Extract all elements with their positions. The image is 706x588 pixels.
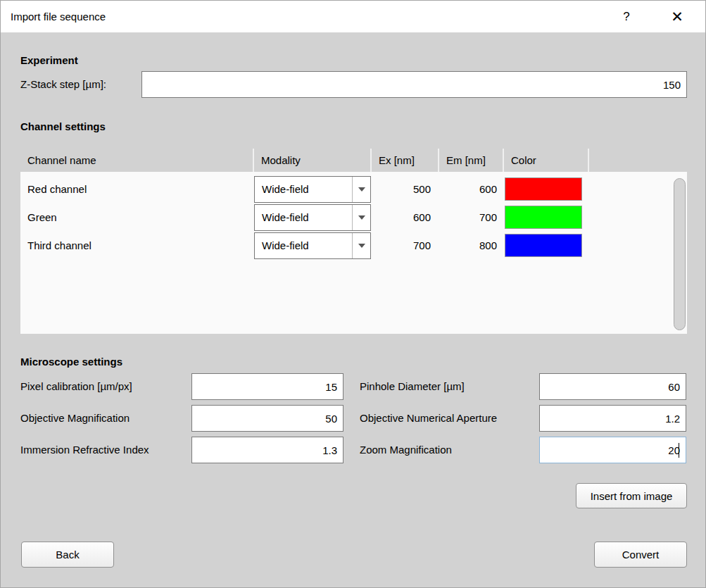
channel-table-header: Channel name Modality Ex [nm] Em [nm] Co…	[20, 149, 687, 172]
experiment-heading: Experiment	[20, 54, 78, 66]
channel-settings-heading: Channel settings	[20, 120, 106, 132]
table-scrollbar-thumb[interactable]	[674, 178, 686, 330]
modality-dropdown[interactable]: Wide-field	[254, 176, 371, 203]
objective-numerical-aperture-input[interactable]	[539, 405, 686, 432]
close-icon: ✕	[671, 8, 683, 25]
back-button[interactable]: Back	[21, 542, 114, 568]
help-icon: ?	[623, 10, 629, 24]
ex-value-cell: 600	[372, 204, 431, 232]
dropdown-arrow-box	[352, 205, 370, 230]
microscope-settings-heading: Microscope settings	[20, 356, 122, 368]
channel-name-cell: Green	[27, 204, 57, 232]
table-scrollbar-track[interactable]	[674, 173, 686, 332]
import-file-sequence-dialog: Import file sequence ? ✕ Experiment Z-St…	[0, 0, 706, 588]
channel-name-cell: Third channel	[27, 232, 92, 260]
channel-row-red[interactable]: Red channel Wide-field 500 600	[20, 175, 675, 204]
text-caret	[679, 443, 679, 458]
convert-button[interactable]: Convert	[594, 542, 687, 568]
header-modality[interactable]: Modality	[254, 149, 370, 172]
pixel-calibration-label: Pixel calibration [µm/px]	[20, 373, 132, 400]
channel-color-swatch[interactable]	[505, 177, 582, 201]
zoom-magnification-label: Zoom Magnification	[360, 437, 452, 463]
channel-row-green[interactable]: Green Wide-field 600 700	[20, 204, 675, 232]
pinhole-diameter-label: Pinhole Diameter [µm]	[360, 373, 465, 400]
modality-dropdown[interactable]: Wide-field	[254, 232, 371, 259]
channel-name-cell: Red channel	[27, 175, 87, 204]
zstack-step-label: Z-Stack step [µm]:	[20, 71, 106, 98]
channel-color-swatch[interactable]	[505, 234, 582, 257]
ex-value-cell: 700	[372, 232, 431, 260]
zoom-magnification-input[interactable]	[539, 437, 686, 463]
dropdown-arrow-box	[352, 177, 370, 202]
modality-selected-value: Wide-field	[262, 233, 309, 258]
pinhole-diameter-input[interactable]	[539, 373, 686, 400]
channel-row-third[interactable]: Third channel Wide-field 700 800	[20, 232, 675, 260]
pixel-calibration-input[interactable]	[191, 373, 343, 400]
chevron-down-icon	[358, 215, 365, 220]
close-button[interactable]: ✕	[660, 1, 695, 32]
header-em-nm[interactable]: Em [nm]	[439, 149, 503, 172]
modality-selected-value: Wide-field	[262, 205, 309, 230]
em-value-cell: 600	[440, 175, 497, 204]
channel-color-swatch[interactable]	[505, 206, 582, 229]
title-bar: Import file sequence ? ✕	[1, 1, 705, 32]
header-channel-name[interactable]: Channel name	[20, 149, 253, 172]
objective-magnification-input[interactable]	[191, 405, 343, 432]
immersion-refractive-index-label: Immersion Refractive Index	[20, 437, 149, 463]
help-button[interactable]: ?	[614, 1, 638, 32]
objective-magnification-label: Objective Magnification	[20, 405, 130, 432]
dropdown-arrow-box	[352, 233, 370, 258]
channel-table: Channel name Modality Ex [nm] Em [nm] Co…	[20, 149, 687, 334]
modality-selected-value: Wide-field	[262, 177, 309, 202]
insert-from-image-button[interactable]: Insert from image	[576, 483, 687, 508]
header-color[interactable]: Color	[504, 149, 588, 172]
modality-dropdown[interactable]: Wide-field	[254, 204, 371, 231]
chevron-down-icon	[358, 244, 365, 248]
ex-value-cell: 500	[372, 175, 431, 204]
em-value-cell: 700	[440, 204, 497, 232]
immersion-refractive-index-input[interactable]	[191, 437, 343, 463]
header-blank	[589, 149, 687, 172]
objective-numerical-aperture-label: Objective Numerical Aperture	[360, 405, 497, 432]
chevron-down-icon	[358, 187, 365, 192]
em-value-cell: 800	[440, 232, 497, 260]
window-title: Import file sequence	[11, 1, 106, 32]
header-ex-nm[interactable]: Ex [nm]	[372, 149, 438, 172]
zstack-step-input[interactable]	[141, 71, 687, 98]
